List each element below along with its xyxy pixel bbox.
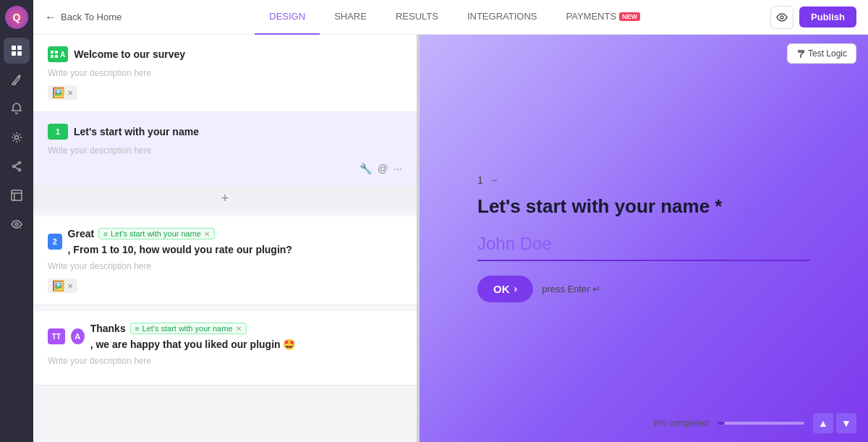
tab-results[interactable]: RESULTS [381, 0, 453, 35]
svg-rect-8 [12, 190, 22, 200]
sidebar-icon-settings[interactable] [4, 124, 30, 150]
svg-rect-2 [12, 51, 16, 56]
q2-ref-remove[interactable]: ✕ [204, 230, 210, 238]
q2-block: 2 Great ≡ Let's start with your name ✕ ,… [33, 216, 417, 305]
preview-pane: Test Logic 1 → Let's start with your nam… [420, 35, 868, 442]
payments-badge: NEW [619, 12, 640, 21]
nav-up-button[interactable]: ▲ [813, 413, 833, 433]
nav-arrows: ▲ ▼ [813, 413, 856, 433]
sidebar-icon-bell[interactable] [4, 95, 30, 122]
q2-desc[interactable]: Write your description here [48, 261, 402, 271]
progress-bar-fill [718, 422, 725, 425]
welcome-header: A Welcome to our survey [48, 46, 402, 62]
wrench-icon[interactable]: 🔧 [359, 163, 372, 174]
tab-integrations[interactable]: INTEGRATIONS [453, 0, 552, 35]
q3-ref-label: Let's start with your name [142, 324, 233, 333]
back-arrow-icon: ← [45, 11, 56, 24]
tab-design-label: DESIGN [269, 11, 305, 22]
preview-content: 1 → Let's start with your name * John Do… [420, 72, 868, 404]
q3-badge: TT [48, 328, 65, 344]
welcome-badge: A [48, 46, 68, 62]
q3-inline-title: Thanks ≡ Let's start with your name ✕ , … [90, 323, 402, 350]
q2-header: 2 Great ≡ Let's start with your name ✕ ,… [48, 228, 402, 255]
preview-question-text: Let's start with your name * [477, 195, 810, 219]
tag-icon: ≡ [103, 230, 108, 238]
at-icon[interactable]: @ [378, 163, 388, 174]
add-question-divider[interactable]: + [33, 187, 417, 211]
q1-badge: 1 [48, 124, 68, 140]
ok-button[interactable]: OK › [477, 276, 533, 302]
back-button[interactable]: ← Back To Home [45, 11, 122, 24]
remove-image-icon[interactable]: ✕ [67, 89, 73, 97]
svg-point-10 [780, 16, 783, 19]
svg-rect-1 [17, 46, 22, 50]
test-logic-label: Test Logic [808, 48, 847, 59]
q1-title: Let's start with your name [74, 126, 199, 137]
preview-ok-row: OK › press Enter ↵ [477, 276, 810, 302]
svg-rect-14 [55, 55, 58, 58]
press-enter-hint: press Enter ↵ [542, 284, 600, 294]
tab-payments[interactable]: PAYMENTS NEW [551, 0, 655, 35]
back-label: Back To Home [61, 12, 122, 22]
preview-number: 1 [477, 174, 483, 186]
nav-right: Publish [770, 6, 856, 29]
svg-point-5 [19, 162, 21, 164]
welcome-desc[interactable]: Write your description here [48, 68, 402, 78]
svg-point-6 [13, 166, 15, 168]
sidebar-icon-table[interactable] [4, 182, 30, 208]
preview-q-number: 1 → [477, 174, 810, 186]
main-area: ← Back To Home DESIGN SHARE RESULTS INTE… [33, 0, 868, 442]
sidebar-icon-eye-off[interactable] [4, 211, 30, 237]
preview-footer: 8% completed ▲ ▼ [420, 404, 868, 442]
survey-editor: A Welcome to our survey Write your descr… [33, 35, 417, 442]
tab-integrations-label: INTEGRATIONS [467, 11, 537, 22]
sidebar-icon-grid[interactable] [4, 38, 30, 64]
q2-ref-tag[interactable]: ≡ Let's start with your name ✕ [98, 228, 215, 239]
q1-desc[interactable]: Write your description here [48, 145, 402, 156]
welcome-title: Welcome to our survey [74, 48, 185, 60]
ok-arrow-icon: › [514, 283, 518, 294]
top-nav: ← Back To Home DESIGN SHARE RESULTS INTE… [33, 0, 868, 35]
q3-tag-icon: ≡ [135, 325, 140, 333]
q2-inline-title: Great ≡ Let's start with your name ✕ , F… [68, 228, 402, 255]
preview-top-bar: Test Logic [420, 35, 868, 72]
q1-toolbar: 🔧 @ ··· [48, 163, 402, 174]
q3-block: TT A Thanks ≡ Let's start with your name… [33, 311, 417, 386]
more-icon[interactable]: ··· [393, 163, 402, 174]
sidebar-icon-paint[interactable] [4, 67, 30, 93]
q2-ref-label: Let's start with your name [111, 229, 201, 238]
tab-design[interactable]: DESIGN [255, 0, 320, 35]
content-area: A Welcome to our survey Write your descr… [33, 35, 868, 442]
q2-number-badge: 2 [48, 234, 62, 250]
svg-rect-13 [51, 55, 54, 58]
preview-eye-button[interactable] [770, 6, 793, 29]
preview-input-value[interactable]: John Doe [477, 234, 810, 254]
sidebar-icon-share[interactable] [4, 153, 30, 179]
nav-down-button[interactable]: ▼ [836, 413, 856, 433]
preview-arrow-icon: → [489, 174, 499, 186]
icon-sidebar: Q [0, 0, 33, 442]
tab-payments-label: PAYMENTS [566, 11, 616, 22]
svg-point-4 [15, 136, 19, 140]
q3-ref-remove[interactable]: ✕ [236, 325, 242, 333]
test-logic-button[interactable]: Test Logic [787, 43, 856, 64]
progress-percent-text: 8% completed [654, 418, 709, 428]
tab-share-label: SHARE [334, 11, 367, 22]
svg-point-7 [19, 169, 21, 171]
publish-button[interactable]: Publish [799, 7, 856, 27]
q3-header: TT A Thanks ≡ Let's start with your name… [48, 323, 402, 350]
ok-label: OK [493, 283, 510, 295]
tab-share[interactable]: SHARE [320, 0, 381, 35]
q3-desc[interactable]: Write your description here [48, 356, 402, 366]
q3-a-badge: A [71, 328, 85, 344]
q2-image-icon: 🖼️ [52, 280, 64, 292]
q2-image-chip: 🖼️ ✕ [48, 279, 402, 293]
image-icon: 🖼️ [52, 87, 64, 98]
svg-rect-3 [17, 51, 22, 56]
q3-suffix: , we are happy that you liked our plugin… [90, 339, 296, 350]
nav-tabs: DESIGN SHARE RESULTS INTEGRATIONS PAYMEN… [139, 0, 770, 35]
q2-prefix: Great [68, 228, 95, 239]
q2-remove-image[interactable]: ✕ [67, 282, 73, 290]
q3-ref-tag[interactable]: ≡ Let's start with your name ✕ [130, 323, 247, 334]
app-logo: Q [5, 6, 28, 29]
